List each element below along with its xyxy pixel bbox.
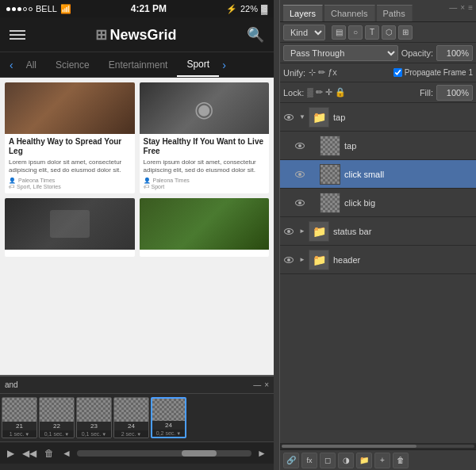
- panel-resize-area: — × ≡: [449, 3, 473, 12]
- timeline-frame-24b[interactable]: 24 0,2 sec.▼: [151, 397, 186, 438]
- carrier-label: BELL: [36, 4, 57, 13]
- lock-transparent-icon[interactable]: ▒: [307, 87, 313, 97]
- frame-time-24b: 0,2 sec.▼: [152, 430, 185, 437]
- kind-icon-type[interactable]: T: [365, 25, 379, 40]
- eye-btn-tap-folder[interactable]: [282, 110, 296, 124]
- blend-mode-dropdown[interactable]: Pass Through: [283, 45, 398, 61]
- layer-click-big[interactable]: click big: [280, 189, 476, 217]
- eye-btn-click-big[interactable]: [293, 196, 307, 210]
- frame-thumb-23: [77, 398, 111, 422]
- kind-icon-smart[interactable]: ⊞: [398, 25, 413, 40]
- frame-label-24b: 24: [152, 421, 185, 430]
- new-group-icon[interactable]: 📁: [356, 453, 372, 468]
- article-image-4: [140, 198, 270, 250]
- tab-sport[interactable]: Sport: [177, 52, 219, 77]
- signal-dot-2: [12, 7, 16, 11]
- unify-style-icon[interactable]: ✏: [318, 67, 325, 78]
- kind-icon-adjust[interactable]: ○: [348, 25, 363, 40]
- tab-layers[interactable]: Layers: [283, 5, 323, 21]
- layers-scrollbar[interactable]: [282, 445, 474, 448]
- article-card-3[interactable]: [5, 198, 135, 257]
- eye-btn-tap[interactable]: [293, 139, 307, 153]
- hamburger-icon[interactable]: [10, 30, 25, 40]
- tab-channels[interactable]: Channels: [324, 5, 374, 21]
- nav-left-arrow[interactable]: ‹: [6, 59, 17, 71]
- fill-input[interactable]: [436, 85, 473, 101]
- prev-frame-btn[interactable]: ◄: [60, 446, 74, 460]
- layers-scroll-indicator: [280, 443, 476, 449]
- layer-header[interactable]: ► 📁 header: [280, 246, 476, 274]
- panel-collapse-btn[interactable]: —: [449, 3, 457, 12]
- folder-icon-header: 📁: [313, 254, 326, 266]
- layer-tap-folder[interactable]: ▼ 📁 tap: [280, 103, 476, 132]
- timeline-scrollbar[interactable]: [77, 450, 251, 457]
- link-layers-icon[interactable]: 🔗: [283, 453, 299, 468]
- hamburger-line-1: [10, 30, 25, 32]
- timeline-frame-22[interactable]: 22 0,1 sec.▼: [39, 397, 75, 438]
- frame-time-23: 0,1 sec.▼: [77, 430, 111, 438]
- tab-entertainment[interactable]: Entertainment: [99, 52, 178, 77]
- search-icon[interactable]: 🔍: [247, 26, 264, 44]
- tab-all[interactable]: All: [17, 52, 46, 77]
- layer-tap[interactable]: tap: [280, 132, 476, 160]
- trash-btn[interactable]: 🗑: [42, 446, 56, 460]
- expand-btn-tap-folder[interactable]: ▼: [298, 110, 307, 124]
- opacity-input[interactable]: [436, 45, 473, 61]
- timeline-footer: ▶ ◀◀ 🗑 ◄ ►: [0, 441, 274, 464]
- fx-icon[interactable]: fx: [301, 453, 317, 468]
- tab-paths[interactable]: Paths: [377, 5, 413, 21]
- article-title-1: A Healthy Way to Spread Your Leg: [9, 137, 131, 156]
- add-mask-icon[interactable]: ◻: [320, 453, 336, 468]
- delete-layer-icon[interactable]: 🗑: [393, 453, 409, 468]
- timeline-collapse-btn[interactable]: —: [253, 380, 261, 389]
- timeline-frame-24a[interactable]: 24 2 sec.▼: [113, 397, 149, 438]
- frame-label-22: 22: [40, 422, 74, 430]
- layer-status-bar[interactable]: ► 📁 status bar: [280, 217, 476, 246]
- article-source-1: Paleona Times: [18, 178, 55, 183]
- nav-tabs: ‹ All Science Entertainment Sport ›: [0, 52, 274, 78]
- expand-btn-click-big: [309, 196, 318, 210]
- panel-menu-btn[interactable]: ≡: [468, 3, 473, 12]
- layer-click-small[interactable]: click small: [280, 160, 476, 189]
- layer-thumb-header: 📁: [309, 250, 329, 270]
- signal-dot-4: [23, 7, 27, 11]
- eye-icon-header: [284, 257, 294, 263]
- article-source-2: Paleona Times: [153, 178, 190, 183]
- propagate-checkbox[interactable]: [393, 68, 402, 77]
- eye-btn-click-small[interactable]: [293, 167, 307, 182]
- step-back-btn[interactable]: ◀◀: [20, 446, 39, 460]
- timeline-frame-23[interactable]: 23 0,1 sec.▼: [76, 397, 112, 438]
- signal-dot-5: [29, 7, 33, 11]
- lock-artboard-icon[interactable]: 🔒: [335, 87, 346, 97]
- next-frame-btn[interactable]: ►: [255, 446, 269, 460]
- article-body-3: [5, 250, 135, 257]
- timeline-expand-btn[interactable]: ×: [264, 380, 269, 389]
- unify-position-icon[interactable]: ⊹: [309, 67, 316, 78]
- eye-btn-status-bar[interactable]: [282, 224, 296, 239]
- propagate-label: Propagate Frame 1: [405, 68, 473, 77]
- timeline-frame-21[interactable]: 21 1 sec.▼: [2, 397, 37, 438]
- eye-btn-header[interactable]: [282, 253, 296, 267]
- kind-icon-shape[interactable]: ⬡: [382, 25, 396, 40]
- article-card-4[interactable]: [140, 198, 270, 257]
- nav-right-arrow[interactable]: ›: [219, 59, 229, 71]
- timeline-scrollbar-thumb: [182, 450, 217, 457]
- panel-close-btn[interactable]: ×: [460, 3, 465, 12]
- article-card-1[interactable]: A Healthy Way to Spread Your Leg Lorem i…: [5, 82, 135, 193]
- adjustment-layer-icon[interactable]: ◑: [338, 453, 354, 468]
- eye-icon-click-big: [295, 200, 305, 206]
- tab-science[interactable]: Science: [46, 52, 99, 77]
- signal-dot-3: [17, 7, 21, 11]
- tag-icon-1: 🏷: [9, 184, 14, 189]
- play-pause-btn[interactable]: ▶: [5, 446, 17, 460]
- article-card-2[interactable]: Stay Healthy If You Want to Live Free Lo…: [140, 82, 270, 193]
- expand-btn-header[interactable]: ►: [298, 253, 307, 267]
- kind-icon-pixel[interactable]: ▤: [332, 25, 346, 40]
- lock-pixels-icon[interactable]: ✏: [316, 87, 323, 97]
- kind-dropdown[interactable]: Kind: [283, 25, 325, 40]
- layer-thumb-click-big: [320, 193, 340, 213]
- new-layer-icon[interactable]: +: [374, 453, 390, 468]
- expand-btn-status-bar[interactable]: ►: [298, 224, 307, 239]
- unify-fx-icon[interactable]: ƒx: [328, 67, 337, 78]
- lock-position-icon[interactable]: ✛: [325, 87, 332, 97]
